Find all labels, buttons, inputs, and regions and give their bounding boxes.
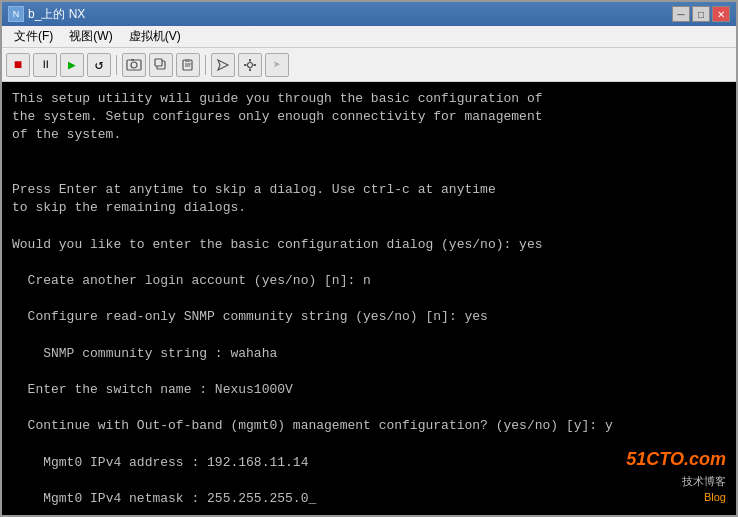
toolbar: ■ ⏸ ▶ ↺	[2, 48, 736, 82]
window-icon: N	[8, 6, 24, 22]
title-bar-left: N b_上的 NX	[8, 6, 85, 23]
close-button[interactable]: ✕	[712, 6, 730, 22]
refresh-button[interactable]: ↺	[87, 53, 111, 77]
copy-button[interactable]	[149, 53, 173, 77]
minimize-button[interactable]: ─	[672, 6, 690, 22]
paste-button[interactable]	[176, 53, 200, 77]
terminal-area[interactable]: This setup utility will guide you throug…	[2, 82, 736, 515]
screenshot-button[interactable]	[122, 53, 146, 77]
svg-rect-2	[131, 59, 134, 61]
menu-vm[interactable]: 虚拟机(V)	[121, 26, 189, 47]
title-bar: N b_上的 NX ─ □ ✕	[2, 2, 736, 26]
menu-bar: 文件(F) 视图(W) 虚拟机(V)	[2, 26, 736, 48]
terminal-content: This setup utility will guide you throug…	[12, 90, 726, 508]
svg-rect-10	[249, 59, 251, 62]
settings-button[interactable]	[238, 53, 262, 77]
play-button[interactable]: ▶	[60, 53, 84, 77]
svg-rect-11	[249, 68, 251, 71]
svg-rect-12	[244, 64, 247, 66]
maximize-button[interactable]: □	[692, 6, 710, 22]
svg-rect-6	[185, 59, 190, 62]
watermark-blog: Blog	[626, 490, 726, 505]
watermark-brand: 51CTO.com	[626, 447, 726, 472]
title-controls: ─ □ ✕	[672, 6, 730, 22]
menu-file[interactable]: 文件(F)	[6, 26, 61, 47]
main-window: N b_上的 NX ─ □ ✕ 文件(F) 视图(W) 虚拟机(V) ■ ⏸ ▶…	[0, 0, 738, 517]
svg-point-1	[131, 62, 137, 68]
watermark-subtitle: 技术博客	[626, 474, 726, 489]
svg-rect-4	[155, 59, 162, 66]
stop-button[interactable]: ■	[6, 53, 30, 77]
window-title: b_上的 NX	[28, 6, 85, 23]
forward-button[interactable]: ➤	[265, 53, 289, 77]
watermark: 51CTO.com 技术博客 Blog	[626, 447, 726, 505]
menu-view[interactable]: 视图(W)	[61, 26, 120, 47]
svg-point-9	[248, 62, 253, 67]
send-button[interactable]	[211, 53, 235, 77]
pause-button[interactable]: ⏸	[33, 53, 57, 77]
toolbar-separator-1	[116, 55, 117, 75]
toolbar-separator-2	[205, 55, 206, 75]
svg-rect-13	[254, 64, 257, 66]
